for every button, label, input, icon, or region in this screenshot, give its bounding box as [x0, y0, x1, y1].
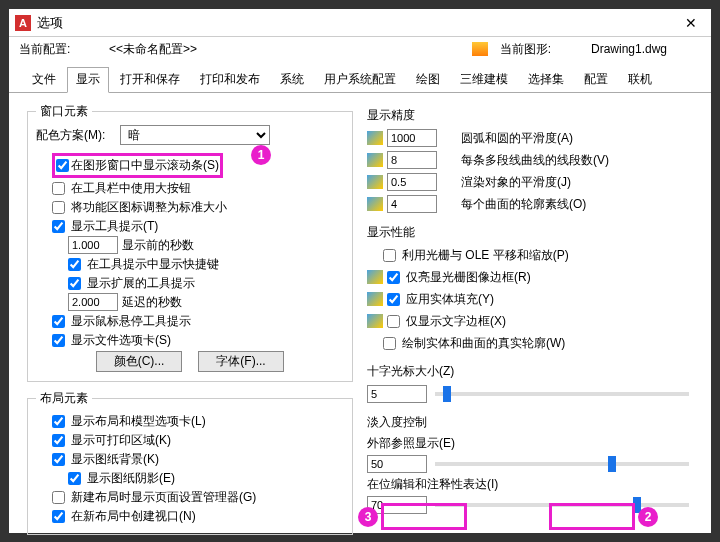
show-hover-checkbox[interactable] — [52, 315, 65, 328]
window-elements-group: 窗口元素 配色方案(M): 暗 在图形窗口中显示滚动条(S) 在工具栏中使用大按… — [27, 103, 353, 382]
tab-display[interactable]: 显示 — [67, 67, 109, 93]
close-button[interactable]: ✕ — [671, 9, 711, 37]
show-tooltips-checkbox[interactable] — [52, 220, 65, 233]
new-layout-viewport-checkbox[interactable] — [52, 510, 65, 523]
tab-online[interactable]: 联机 — [619, 67, 661, 92]
tab-drafting[interactable]: 绘图 — [407, 67, 449, 92]
tab-user-pref[interactable]: 用户系统配置 — [315, 67, 405, 92]
titlebar: A 选项 ✕ — [9, 9, 711, 37]
show-scrollbars-checkbox[interactable] — [56, 159, 69, 172]
options-dialog: A 选项 ✕ 当前配置: <<未命名配置>> 当前图形: Drawing1.dw… — [8, 8, 712, 534]
highlight-raster-checkbox[interactable] — [387, 271, 400, 284]
surface-contour-label: 每个曲面的轮廓素线(O) — [461, 196, 586, 213]
resize-ribbon-checkbox[interactable] — [52, 201, 65, 214]
current-drawing-label: 当前图形: — [500, 41, 551, 58]
new-layout-pagesetup-checkbox[interactable] — [52, 491, 65, 504]
show-file-tabs-label: 显示文件选项卡(S) — [71, 332, 171, 349]
callout-3: 3 — [358, 507, 378, 527]
resize-ribbon-label: 将功能区图标调整为标准大小 — [71, 199, 227, 216]
tab-profiles[interactable]: 配置 — [575, 67, 617, 92]
pan-zoom-raster-checkbox[interactable] — [383, 249, 396, 262]
drawing-icon — [472, 42, 488, 56]
xref-display-slider[interactable] — [435, 462, 689, 466]
show-layout-tabs-checkbox[interactable] — [52, 415, 65, 428]
arc-smoothness-label: 圆弧和圆的平滑度(A) — [461, 130, 573, 147]
show-paper-shadow-checkbox[interactable] — [68, 472, 81, 485]
large-buttons-checkbox[interactable] — [52, 182, 65, 195]
color-scheme-select[interactable]: 暗 — [120, 125, 270, 145]
callout-1: 1 — [251, 145, 271, 165]
tooltip-seconds-input[interactable] — [68, 236, 118, 254]
show-scrollbars-highlight: 在图形窗口中显示滚动条(S) — [52, 153, 223, 178]
drawing-icon — [367, 292, 383, 306]
show-paper-shadow-label: 显示图纸阴影(E) — [87, 470, 175, 487]
drawing-icon — [367, 197, 383, 211]
drawing-icon — [367, 153, 383, 167]
right-column: 显示精度 圆弧和圆的平滑度(A) 每条多段线曲线的线段数(V) 渲染对象的平滑度… — [367, 103, 693, 541]
current-profile-label: 当前配置: — [19, 41, 99, 58]
tab-selection[interactable]: 选择集 — [519, 67, 573, 92]
tab-open-save[interactable]: 打开和保存 — [111, 67, 189, 92]
dialog-title: 选项 — [37, 14, 671, 32]
tooltip-seconds-label: 显示前的秒数 — [122, 237, 194, 254]
fade-control-legend: 淡入度控制 — [367, 414, 693, 431]
current-drawing-value: Drawing1.dwg — [591, 42, 701, 56]
polyline-segments-input[interactable] — [387, 151, 437, 169]
crosshair-size-legend: 十字光标大小(Z) — [367, 363, 693, 380]
tab-strip: 文件 显示 打开和保存 打印和发布 系统 用户系统配置 绘图 三维建模 选择集 … — [9, 63, 711, 93]
drawing-icon — [367, 131, 383, 145]
show-ext-tooltip-checkbox[interactable] — [68, 277, 81, 290]
xref-display-input[interactable] — [367, 455, 427, 473]
render-smoothness-input[interactable] — [387, 173, 437, 191]
show-shortcut-checkbox[interactable] — [68, 258, 81, 271]
tab-3d-modeling[interactable]: 三维建模 — [451, 67, 517, 92]
colors-button[interactable]: 颜色(C)... — [96, 351, 182, 372]
tab-files[interactable]: 文件 — [23, 67, 65, 92]
show-hover-label: 显示鼠标悬停工具提示 — [71, 313, 191, 330]
text-frame-checkbox[interactable] — [387, 315, 400, 328]
solid-fill-label: 应用实体填充(Y) — [406, 291, 494, 308]
pan-zoom-raster-label: 利用光栅与 OLE 平移和缩放(P) — [402, 247, 569, 264]
ext-delay-label: 延迟的秒数 — [122, 294, 182, 311]
true-silhouette-checkbox[interactable] — [383, 337, 396, 350]
drawing-icon — [367, 314, 383, 328]
new-layout-pagesetup-label: 新建布局时显示页面设置管理器(G) — [71, 489, 256, 506]
left-column: 窗口元素 配色方案(M): 暗 在图形窗口中显示滚动条(S) 在工具栏中使用大按… — [27, 103, 353, 541]
xref-display-label: 外部参照显示(E) — [367, 435, 693, 452]
callout-2: 2 — [638, 507, 658, 527]
show-printable-checkbox[interactable] — [52, 434, 65, 447]
inplace-edit-label: 在位编辑和注释性表达(I) — [367, 476, 693, 493]
tab-plot-publish[interactable]: 打印和发布 — [191, 67, 269, 92]
layout-elements-legend: 布局元素 — [36, 390, 92, 407]
solid-fill-checkbox[interactable] — [387, 293, 400, 306]
crosshair-size-input[interactable] — [367, 385, 427, 403]
polyline-segments-label: 每条多段线曲线的线段数(V) — [461, 152, 609, 169]
window-elements-legend: 窗口元素 — [36, 103, 92, 120]
inplace-edit-slider[interactable] — [435, 503, 689, 507]
arc-smoothness-input[interactable] — [387, 129, 437, 147]
fonts-button[interactable]: 字体(F)... — [198, 351, 284, 372]
show-paper-bg-label: 显示图纸背景(K) — [71, 451, 159, 468]
surface-contour-input[interactable] — [387, 195, 437, 213]
show-paper-bg-checkbox[interactable] — [52, 453, 65, 466]
display-performance-legend: 显示性能 — [367, 224, 693, 241]
color-scheme-label: 配色方案(M): — [36, 127, 116, 144]
true-silhouette-label: 绘制实体和曲面的真实轮廓(W) — [402, 335, 565, 352]
new-layout-viewport-label: 在新布局中创建视口(N) — [71, 508, 196, 525]
render-smoothness-label: 渲染对象的平滑度(J) — [461, 174, 571, 191]
ext-delay-input[interactable] — [68, 293, 118, 311]
show-ext-tooltip-label: 显示扩展的工具提示 — [87, 275, 195, 292]
text-frame-label: 仅显示文字边框(X) — [406, 313, 506, 330]
content-area: 窗口元素 配色方案(M): 暗 在图形窗口中显示滚动条(S) 在工具栏中使用大按… — [9, 93, 711, 542]
profile-bar: 当前配置: <<未命名配置>> 当前图形: Drawing1.dwg — [9, 37, 711, 61]
show-layout-tabs-label: 显示布局和模型选项卡(L) — [71, 413, 206, 430]
highlight-raster-label: 仅亮显光栅图像边框(R) — [406, 269, 531, 286]
show-printable-label: 显示可打印区域(K) — [71, 432, 171, 449]
drawing-icon — [367, 175, 383, 189]
tab-system[interactable]: 系统 — [271, 67, 313, 92]
app-logo: A — [15, 15, 31, 31]
show-file-tabs-checkbox[interactable] — [52, 334, 65, 347]
crosshair-size-slider[interactable] — [435, 392, 689, 396]
drawing-icon — [367, 270, 383, 284]
layout-elements-group: 布局元素 显示布局和模型选项卡(L) 显示可打印区域(K) 显示图纸背景(K) … — [27, 390, 353, 535]
